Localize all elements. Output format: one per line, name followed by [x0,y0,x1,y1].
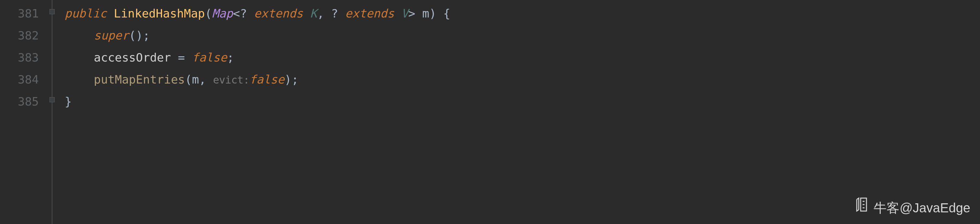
code-line-383[interactable]: accessOrder = false; [65,46,980,69]
type-param-v: V [401,7,409,20]
keyword-super: super [94,29,129,42]
line-number: 384 [0,69,39,91]
inlay-hint-evict: evict: [213,74,250,86]
keyword-extends: extends [254,7,303,20]
method-putmapentries: putMapEntries [94,73,185,86]
code-area[interactable]: public LinkedHashMap(Map<? extends K, ? … [62,0,980,224]
line-number: 383 [0,46,39,69]
code-line-385[interactable]: } [65,91,980,113]
keyword-public: public [65,7,107,20]
line-number: 381 [0,3,39,25]
line-number: 382 [0,25,39,46]
fold-collapse-icon[interactable] [49,9,55,14]
line-number: 385 [0,91,39,113]
type-param-k: K [310,7,317,20]
code-line-381[interactable]: public LinkedHashMap(Map<? extends K, ? … [65,3,980,25]
fold-column [49,0,62,224]
watermark: 牛客@JavaEdge [854,195,970,220]
code-editor[interactable]: 381 382 383 384 385 public LinkedHashMap… [0,0,980,224]
fold-guide-line [52,0,52,224]
keyword-false: false [249,73,284,86]
keyword-false: false [192,51,227,64]
param-m: m [422,7,430,20]
watermark-text: 牛客@JavaEdge [873,195,970,220]
code-line-384[interactable]: putMapEntries(m, evict:false); [65,69,980,91]
type-map: Map [212,7,233,20]
constructor-name: LinkedHashMap [114,7,205,20]
field-accessorder: accessOrder [94,51,171,64]
brace-close: } [65,95,72,108]
code-line-382[interactable]: super(); [65,25,980,46]
fold-collapse-icon[interactable] [49,97,55,102]
line-number-gutter: 381 382 383 384 385 [0,0,49,224]
brace-open: { [444,7,450,20]
nowcoder-logo-icon [854,195,870,220]
keyword-extends: extends [345,7,394,20]
